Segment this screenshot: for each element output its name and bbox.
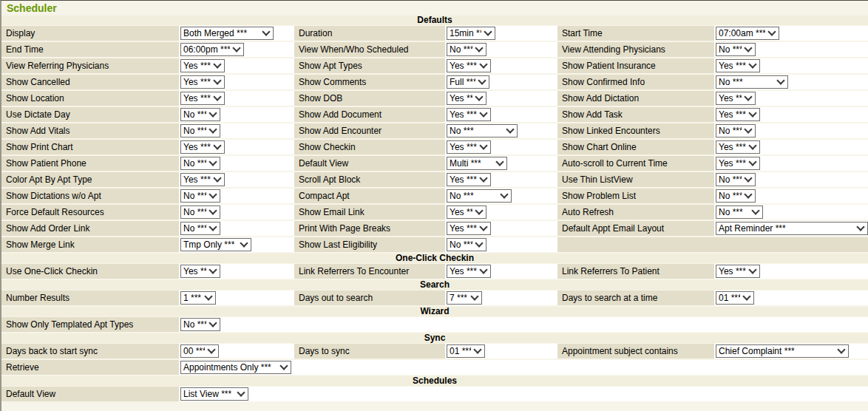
chevron-down-icon [240, 239, 248, 247]
chevron-down-icon [208, 157, 217, 166]
field-value-cell: 01 *** [445, 344, 557, 359]
compact-apt-select[interactable]: No *** [447, 189, 512, 203]
show-add-task-select[interactable]: Yes *** [716, 108, 760, 121]
use-one-click-checkin-select[interactable]: Yes ** [180, 265, 220, 278]
default-view-select[interactable]: List View *** [180, 387, 248, 401]
selected-value: Yes ** [719, 93, 742, 103]
show-patient-phone-select[interactable]: No *** [180, 157, 220, 170]
link-referrers-to-encounter-select[interactable]: Yes *** [447, 265, 491, 278]
section-header-one-click-checkin: One-Click Checkin [1, 254, 868, 263]
show-dictations-w-o-apt-select[interactable]: No *** [180, 189, 220, 203]
field-label-days-back-to-start-sync: Days back to start sync [1, 344, 179, 359]
show-add-document-select[interactable]: Yes *** [447, 108, 491, 121]
default-appt-email-layout-select[interactable]: Apt Reminder *** [716, 222, 868, 235]
settings-row: Show Only Templated Apt TypesNo *** [1, 317, 868, 332]
chevron-down-icon [495, 157, 503, 166]
days-out-to-search-select[interactable]: 7 *** [447, 291, 482, 305]
selected-value: List View *** [183, 389, 231, 399]
end-time-select[interactable]: 06:00pm *** [180, 43, 244, 56]
field-label-show-only-templated-apt-types: Show Only Templated Apt Types [1, 317, 179, 332]
start-time-select[interactable]: 07:00am *** [716, 27, 779, 40]
show-add-order-link-select[interactable]: No *** [180, 222, 220, 235]
view-attending-physicians-select[interactable]: No *** [716, 43, 756, 56]
field-label-use-one-click-checkin: Use One-Click Checkin [1, 264, 179, 279]
show-dob-select[interactable]: Yes ** [447, 92, 486, 105]
field-label-show-dob: Show DOB [294, 91, 445, 106]
section-header-wizard: Wizard [1, 307, 868, 316]
retrieve-select[interactable]: Appointments Only *** [180, 361, 291, 374]
show-linked-encounters-select[interactable]: No *** [716, 124, 756, 137]
selected-value: Both Merged *** [183, 28, 247, 38]
use-thin-listview-select[interactable]: No *** [716, 173, 756, 186]
chevron-down-icon [213, 174, 221, 182]
view-referring-physicians-select[interactable]: Yes *** [180, 59, 225, 72]
show-add-dictation-select[interactable]: Yes ** [716, 92, 756, 105]
chevron-down-icon [748, 60, 756, 68]
default-view-select[interactable]: Multi *** [447, 157, 507, 170]
selected-value: Yes *** [719, 142, 746, 152]
selected-value: Yes *** [719, 61, 746, 71]
field-label-show-chart-online: Show Chart Online [557, 140, 714, 154]
auto-scroll-to-current-time-select[interactable]: Yes *** [716, 157, 760, 170]
scroll-apt-block-select[interactable]: Yes *** [447, 173, 491, 186]
field-label-color-apt-by-apt-type: Color Apt By Apt Type [1, 172, 179, 187]
chevron-down-icon [744, 44, 752, 52]
field-label-force-default-resources: Force Default Resources [1, 205, 179, 220]
show-email-link-select[interactable]: Yes ** [447, 206, 486, 219]
show-patient-insurance-select[interactable]: Yes *** [716, 59, 760, 72]
show-comments-select[interactable]: Full *** [447, 75, 489, 89]
field-label-use-thin-listview: Use Thin ListView [557, 172, 714, 187]
chevron-down-icon [479, 60, 487, 68]
days-to-search-at-a-time-select[interactable]: 01 *** [716, 291, 754, 305]
selected-value: Yes *** [719, 109, 746, 120]
field-label-duration: Duration [294, 26, 445, 41]
color-apt-by-apt-type-select[interactable]: Yes *** [180, 173, 225, 186]
field-label-number-results: Number Results [1, 291, 179, 305]
chevron-down-icon [484, 27, 492, 35]
section-header-defaults: Defaults [1, 16, 868, 25]
days-to-sync-select[interactable]: 01 *** [447, 344, 485, 358]
days-back-to-start-sync-select[interactable]: 00 *** [180, 344, 219, 358]
use-dictate-day-select[interactable]: No *** [180, 108, 220, 121]
field-value-cell: No *** [179, 107, 294, 122]
duration-select[interactable]: 15min *** [447, 27, 495, 40]
show-confirmed-info-select[interactable]: No *** [716, 75, 788, 89]
show-add-encounter-select[interactable]: No *** [447, 124, 518, 137]
field-value-cell: Yes *** [445, 264, 557, 279]
display-select[interactable]: Both Merged *** [180, 27, 274, 40]
chevron-down-icon [475, 206, 483, 214]
field-label-display: Display [1, 26, 179, 41]
link-referrers-to-patient-select[interactable]: Yes *** [716, 265, 760, 278]
show-checkin-select[interactable]: Yes *** [447, 140, 491, 154]
show-last-eligibility-select[interactable]: No *** [447, 238, 486, 251]
show-chart-online-select[interactable]: Yes *** [716, 140, 760, 154]
field-label-show-merge-link: Show Merge Link [1, 237, 179, 252]
field-label-show-linked-encounters: Show Linked Encounters [557, 123, 714, 138]
force-default-resources-select[interactable]: No *** [180, 206, 220, 219]
auto-refresh-select[interactable]: No *** [716, 206, 763, 219]
field-value-cell: Chief Complaint *** [714, 344, 868, 359]
show-merge-link-select[interactable]: Tmp Only *** [180, 238, 251, 251]
chevron-down-icon [208, 319, 217, 327]
selected-value: No *** [719, 126, 742, 136]
field-label-days-to-search-at-a-time: Days to search at a time [557, 291, 714, 305]
show-problem-list-select[interactable]: No *** [716, 189, 756, 203]
number-results-select[interactable]: 1 *** [180, 291, 216, 305]
print-with-page-breaks-select[interactable]: Yes *** [447, 222, 491, 235]
show-location-select[interactable]: Yes *** [180, 92, 225, 105]
field-value-cell: 7 *** [445, 291, 557, 305]
show-cancelled-select[interactable]: Yes *** [180, 75, 225, 89]
chevron-down-icon [479, 265, 487, 274]
view-when-who-scheduled-select[interactable]: No *** [447, 43, 486, 56]
field-value-cell: Full *** [445, 75, 557, 89]
field-value-cell: Yes ** [445, 205, 557, 220]
appointment-subject-contains-select[interactable]: Chief Complaint *** [716, 344, 849, 358]
chevron-down-icon [213, 76, 221, 84]
show-apt-types-select[interactable]: Yes *** [447, 59, 491, 72]
selected-value: Yes *** [450, 61, 477, 71]
selected-value: Full *** [450, 77, 475, 87]
show-print-chart-select[interactable]: Yes *** [180, 140, 225, 154]
show-only-templated-apt-types-select[interactable]: No *** [180, 318, 220, 331]
show-add-vitals-select[interactable]: No *** [180, 124, 220, 137]
field-value-cell: Yes *** [445, 172, 557, 187]
